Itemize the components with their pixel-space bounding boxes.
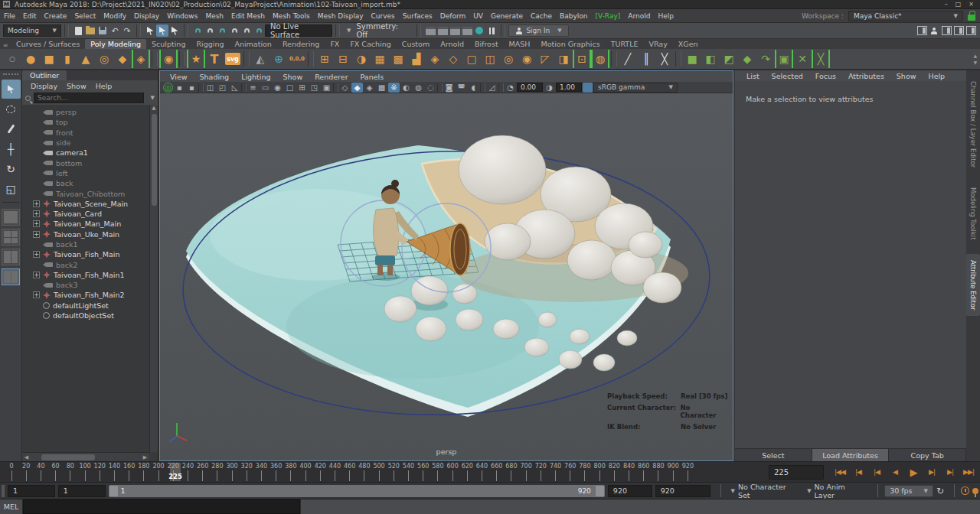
menu-item[interactable]: Windows <box>165 9 200 23</box>
shelf-tab[interactable]: Arnold <box>435 39 469 49</box>
playback-range-slider[interactable]: 1 920 <box>109 485 605 497</box>
shelf-tab[interactable]: FX <box>325 39 345 49</box>
command-result-field[interactable] <box>300 499 980 514</box>
spherize-icon[interactable]: ◍ <box>591 50 609 68</box>
ipr-render-icon[interactable] <box>449 24 461 37</box>
perspective-viewport[interactable]: ViewShadingLightingShowRendererPanels ◎▪… <box>159 70 733 461</box>
make-live-icon[interactable] <box>253 24 265 37</box>
separate-icon[interactable]: ⊟ <box>334 50 352 68</box>
snap-to-curve-icon[interactable] <box>204 24 216 37</box>
sign-in-dropdown[interactable]: Sign In ▼ <box>508 24 568 37</box>
outliner-item[interactable]: + Taivoan_Fish_Main1 <box>22 270 158 280</box>
group-separator[interactable] <box>501 24 505 37</box>
extrude-icon[interactable]: ▟ <box>407 50 426 68</box>
uv-editor-icon[interactable]: ▣ <box>775 50 793 68</box>
outliner-item[interactable]: + Taivoan_Scene_Main <box>22 199 158 209</box>
2d-pan-zoom-icon[interactable]: ◰ <box>217 83 228 93</box>
quad-draw-relax-icon[interactable]: ◧ <box>701 50 720 68</box>
motion-blur-icon[interactable]: ◌ <box>425 83 436 93</box>
cut-mesh-icon[interactable]: ✕ <box>793 50 812 68</box>
viewport-divider[interactable] <box>241 83 247 92</box>
outliner-item[interactable]: side <box>22 138 158 148</box>
poly-cone-icon[interactable]: ▲ <box>77 50 95 68</box>
attribute-editor-menu-item[interactable]: Help <box>923 72 950 80</box>
menu-item[interactable]: Arnold <box>626 9 652 23</box>
select-camera-icon[interactable]: ▪ <box>174 83 185 93</box>
render-settings-icon[interactable] <box>461 24 473 37</box>
group-separator[interactable] <box>184 24 188 37</box>
go-to-start-button[interactable]: |◀◀ <box>831 468 848 476</box>
poly-sphere-icon[interactable]: ● <box>21 50 40 68</box>
type-tool-icon[interactable]: T <box>205 50 224 68</box>
grid-fill-icon[interactable]: ▩ <box>389 50 407 68</box>
boolean-icon[interactable]: ▢ <box>462 50 481 68</box>
outliner-item[interactable]: persp <box>22 107 158 117</box>
subdivide-icon[interactable]: ◇ <box>444 50 462 68</box>
poly-torus-icon[interactable]: ◎ <box>95 50 113 68</box>
scale-tool[interactable]: ◱ <box>2 179 21 198</box>
poly-cylinder-icon[interactable]: ▮ <box>58 50 77 68</box>
layout-outliner-persp-button[interactable] <box>2 268 20 285</box>
shelf-tab[interactable]: FX Caching <box>345 39 396 49</box>
menu-item[interactable]: Babylon <box>557 9 590 23</box>
smooth-shade-icon[interactable]: ◆ <box>351 83 363 93</box>
step-back-key-button[interactable]: |◀ <box>868 468 885 476</box>
shelf-divider[interactable] <box>179 51 185 67</box>
command-input[interactable] <box>23 499 300 514</box>
menu-item[interactable]: Curves <box>369 9 397 23</box>
film-gate-icon[interactable]: ▭ <box>260 83 271 93</box>
shelf-popup-icon[interactable]: ○ <box>3 50 21 68</box>
menu-item[interactable]: Surfaces <box>400 9 435 23</box>
close-button[interactable]: × <box>969 1 974 8</box>
open-scene-icon[interactable] <box>84 24 96 37</box>
menu-item[interactable]: Select <box>72 9 98 23</box>
outliner-item[interactable]: camera1 <box>22 148 158 158</box>
outliner-item[interactable]: top <box>22 117 158 127</box>
viewport-divider[interactable] <box>333 83 338 92</box>
outliner-item[interactable]: + Taivoan_Card <box>22 209 158 219</box>
maximize-button[interactable]: □ <box>956 1 962 8</box>
workspace-lock-icon[interactable] <box>968 15 975 21</box>
lasso-select-tool[interactable] <box>2 99 21 119</box>
combine-icon[interactable]: ⊞ <box>315 50 334 68</box>
viewport-menu-item[interactable]: Renderer <box>309 73 353 81</box>
snap-to-view-plane-icon[interactable] <box>240 24 253 37</box>
chevron-down-icon[interactable]: ▼ <box>151 95 155 101</box>
attribute-editor-button[interactable]: Copy Tab <box>889 449 966 461</box>
shadows-icon[interactable]: ◐ <box>400 83 412 93</box>
connect-icon[interactable]: ◫ <box>481 50 499 68</box>
sculpt-erase-icon[interactable]: ╳ <box>812 50 830 68</box>
shelf-divider[interactable] <box>308 51 314 67</box>
menu-item[interactable]: [V-Ray] <box>593 9 622 23</box>
gamma-icon[interactable]: ◑ <box>544 83 555 93</box>
outliner-item[interactable]: back2 <box>22 259 158 269</box>
offset-edge-loop-icon[interactable]: ╳ <box>655 50 674 68</box>
lattice-icon[interactable]: ⊡ <box>573 50 591 68</box>
shelf-tab[interactable]: TURTLE <box>606 39 644 49</box>
menu-item[interactable]: Cache <box>528 9 554 23</box>
renderer-status-icon[interactable]: ◎ <box>163 83 173 93</box>
playback-start-field[interactable]: 1 <box>58 485 106 497</box>
pause-viewport-icon[interactable] <box>485 24 498 37</box>
quad-draw-icon[interactable]: ■ <box>683 50 701 68</box>
poly-disc-icon[interactable]: ◈ <box>132 50 150 68</box>
menu-item[interactable]: Modify <box>101 9 129 23</box>
menu-item[interactable]: Mesh <box>203 9 226 23</box>
redo-icon[interactable]: ↷ <box>121 24 133 37</box>
outliner-item[interactable]: + Taivoan_Uke_Main <box>22 229 158 239</box>
attribute-editor-button[interactable]: Load Attributes <box>812 449 890 461</box>
safe-title-icon[interactable]: ▣ <box>321 83 332 93</box>
shelf-menu-icon[interactable]: ≡ <box>0 42 11 49</box>
shelf-tab[interactable]: MASH <box>504 39 536 49</box>
range-slider-grip[interactable] <box>2 485 5 497</box>
poly-cube-icon[interactable]: ■ <box>40 50 58 68</box>
outliner-item[interactable]: Taivoan_Chibottom <box>22 188 158 198</box>
viewport-menu-item[interactable]: Lighting <box>236 73 276 81</box>
outliner-vertical-scrollbar[interactable]: ▲ <box>149 105 158 452</box>
rotate-tool[interactable]: ↻ <box>2 159 21 178</box>
shelf-divider[interactable] <box>152 51 158 67</box>
menu-item[interactable]: UV <box>471 9 485 23</box>
attribute-editor-menu-item[interactable]: Focus <box>810 72 841 80</box>
outliner-item[interactable]: + Taivoan_Fish_Main <box>22 249 158 259</box>
timeline-ruler[interactable]: 0 20 40 60 80 <box>0 462 698 482</box>
